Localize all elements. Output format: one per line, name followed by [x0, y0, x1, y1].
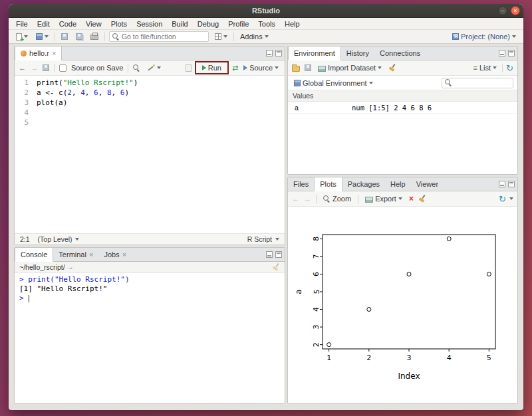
- menu-help[interactable]: Help: [280, 20, 305, 28]
- maximize-pane-icon[interactable]: [275, 251, 282, 258]
- new-project-button[interactable]: [34, 33, 51, 41]
- minimize-pane-icon[interactable]: [266, 251, 273, 258]
- menu-debug[interactable]: Debug: [193, 20, 223, 28]
- pane-layout-button[interactable]: [213, 33, 229, 41]
- code-tools-button[interactable]: [145, 63, 163, 72]
- tab-viewer[interactable]: Viewer: [411, 177, 444, 191]
- window-titlebar[interactable]: RStudio – ×: [9, 4, 523, 18]
- menu-code[interactable]: Code: [55, 20, 81, 28]
- project-selector[interactable]: Project: (None): [450, 32, 518, 41]
- source-button[interactable]: Source: [241, 63, 281, 72]
- tab-files[interactable]: Files: [288, 177, 314, 191]
- zoom-button[interactable]: Zoom: [321, 194, 353, 203]
- publish-icon[interactable]: ↻: [499, 195, 506, 203]
- next-plot-icon[interactable]: →: [304, 195, 311, 203]
- line-number: 5: [15, 118, 29, 128]
- menu-plots[interactable]: Plots: [106, 20, 132, 28]
- load-workspace-icon[interactable]: [292, 66, 300, 72]
- tab-history[interactable]: History: [341, 47, 374, 60]
- maximize-pane-icon[interactable]: [275, 50, 282, 56]
- search-icon: [112, 33, 119, 41]
- toolbar-separator: [316, 195, 317, 203]
- menu-edit[interactable]: Edit: [33, 20, 55, 28]
- variable-row[interactable]: anum [1:5] 2 4 6 8 6: [288, 102, 517, 114]
- previous-plot-icon[interactable]: ←: [292, 195, 299, 203]
- console-line: [1] "Hello Rscript!": [19, 284, 280, 294]
- code-editor[interactable]: 12345 print("Hello Rscript!")a <- c(2, 4…: [15, 76, 285, 128]
- source-pane: hello.r × ← → Source on Save: [14, 46, 285, 245]
- menu-build[interactable]: Build: [167, 20, 192, 28]
- run-button[interactable]: Run: [200, 63, 223, 72]
- menu-tools[interactable]: Tools: [253, 20, 280, 28]
- source-statusbar: 2:1 (Top Level) R Script: [15, 233, 285, 245]
- desktop-background: RStudio – × File Edit Code View Plots Se…: [0, 0, 532, 416]
- environment-search-input[interactable]: [454, 79, 510, 86]
- list-icon: ≡: [473, 64, 477, 72]
- open-directory-icon[interactable]: →: [68, 264, 74, 270]
- file-type-selector[interactable]: R Script: [247, 235, 279, 243]
- remove-plot-icon[interactable]: ×: [409, 195, 414, 203]
- close-icon[interactable]: ×: [89, 251, 93, 259]
- menu-profile[interactable]: Profile: [223, 20, 253, 28]
- refresh-icon[interactable]: ↻: [506, 64, 513, 72]
- save-all-button[interactable]: [74, 33, 84, 41]
- new-file-button[interactable]: [14, 33, 30, 41]
- forward-icon[interactable]: →: [31, 64, 38, 72]
- tab-connections[interactable]: Connections: [374, 47, 426, 60]
- menu-session[interactable]: Session: [132, 20, 167, 28]
- clear-console-icon[interactable]: [272, 263, 280, 271]
- menu-file[interactable]: File: [11, 20, 33, 28]
- save-icon[interactable]: [43, 64, 49, 71]
- environment-search[interactable]: [442, 78, 513, 88]
- svg-text:2: 2: [313, 342, 321, 347]
- tab-environment[interactable]: Environment: [288, 47, 341, 60]
- close-icon[interactable]: ×: [122, 251, 126, 259]
- export-button[interactable]: Export: [363, 194, 404, 203]
- print-button[interactable]: [88, 33, 100, 41]
- tab-terminal[interactable]: Terminal×: [53, 248, 98, 261]
- rerun-icon[interactable]: ⇄: [232, 64, 238, 72]
- svg-text:4: 4: [313, 307, 321, 312]
- back-icon[interactable]: ←: [19, 64, 26, 72]
- list-view-button[interactable]: ≡List: [471, 63, 499, 72]
- close-button[interactable]: ×: [511, 6, 520, 15]
- source-on-save-label: Source on Save: [71, 64, 123, 72]
- tab-plots[interactable]: Plots: [314, 177, 342, 191]
- environment-variables: anum [1:5] 2 4 6 8 6: [288, 102, 517, 114]
- environment-scope-bar: Global Environment: [288, 76, 517, 90]
- clear-plots-icon[interactable]: [418, 195, 426, 203]
- tab-help[interactable]: Help: [385, 177, 411, 191]
- tab-console[interactable]: Console: [15, 248, 53, 262]
- import-dataset-button[interactable]: Import Dataset: [316, 63, 384, 72]
- save-icon: [61, 33, 68, 40]
- scope-selector[interactable]: (Top Level): [38, 235, 79, 243]
- maximize-pane-icon[interactable]: [508, 181, 515, 187]
- console-output[interactable]: > print("Hello Rscript!")[1] "Hello Rscr…: [15, 273, 285, 305]
- goto-file-search[interactable]: [109, 31, 209, 42]
- find-replace-icon[interactable]: [133, 64, 140, 72]
- environment-scope-selector[interactable]: Global Environment: [292, 78, 375, 88]
- magic-wand-icon: [147, 64, 155, 72]
- run-button-annotation: Run: [195, 61, 229, 74]
- maximize-pane-icon[interactable]: [508, 50, 515, 56]
- menu-view[interactable]: View: [81, 20, 106, 28]
- minimize-pane-icon[interactable]: [266, 50, 273, 56]
- save-button[interactable]: [59, 33, 70, 41]
- workspace: hello.r × ← → Source on Save: [9, 44, 523, 410]
- minimize-button[interactable]: –: [498, 6, 507, 15]
- tab-label: History: [346, 49, 369, 57]
- compile-report-icon[interactable]: [186, 64, 192, 72]
- close-icon[interactable]: ×: [52, 49, 56, 57]
- minimize-pane-icon[interactable]: [499, 181, 505, 187]
- tab-packages[interactable]: Packages: [342, 177, 385, 191]
- tab-jobs[interactable]: Jobs×: [98, 248, 132, 261]
- minimize-pane-icon[interactable]: [499, 50, 505, 56]
- goto-file-input[interactable]: [122, 33, 205, 41]
- clear-environment-icon[interactable]: [388, 64, 396, 72]
- chevron-down-icon: [398, 197, 402, 200]
- scope-label: Global Environment: [303, 79, 367, 87]
- tab-hello-r[interactable]: hello.r ×: [15, 47, 62, 60]
- save-workspace-icon[interactable]: [305, 64, 311, 71]
- source-on-save-checkbox[interactable]: [59, 64, 66, 72]
- addins-button[interactable]: Addins: [238, 32, 271, 41]
